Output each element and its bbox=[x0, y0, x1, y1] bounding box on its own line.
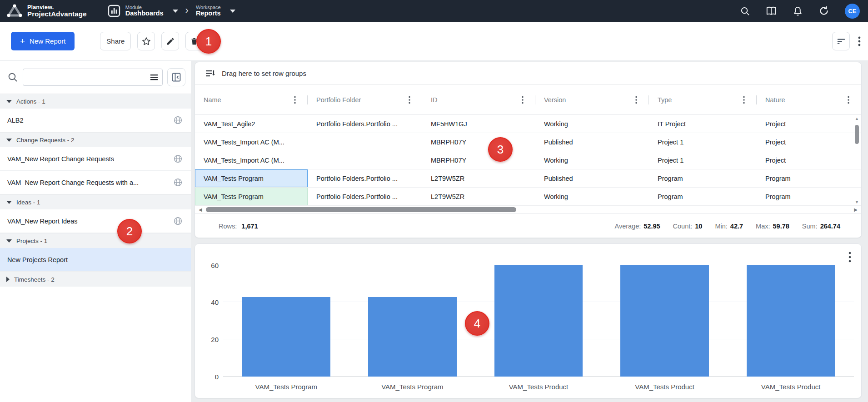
share-button[interactable]: Share bbox=[100, 32, 131, 50]
globe-button[interactable] bbox=[173, 178, 183, 187]
user-avatar[interactable]: CE bbox=[845, 4, 860, 19]
section-header[interactable]: Ideas - 1 bbox=[0, 194, 191, 209]
column-menu-button[interactable] bbox=[635, 96, 637, 104]
table-cell[interactable]: VAM_Tests Program bbox=[195, 188, 308, 205]
table-cell[interactable]: L2T9W5ZR bbox=[422, 188, 535, 205]
bar[interactable] bbox=[494, 265, 583, 377]
collapse-panel-button[interactable] bbox=[167, 68, 185, 86]
favorite-star-button[interactable] bbox=[137, 32, 155, 50]
notifications-bell-icon[interactable] bbox=[792, 5, 803, 16]
table-cell[interactable]: MBRPH07Y bbox=[422, 133, 535, 151]
search-icon[interactable] bbox=[739, 5, 750, 16]
table-cell[interactable]: Program bbox=[757, 169, 861, 187]
refresh-icon[interactable] bbox=[818, 5, 829, 16]
column-menu-button[interactable] bbox=[743, 96, 745, 104]
reports-sidebar: Actions - 1ALB2Change Requests - 2VAM_Ne… bbox=[0, 61, 191, 402]
new-report-button[interactable]: + New Report bbox=[11, 32, 75, 50]
vertical-scrollbar[interactable]: ▲ ▼ bbox=[854, 116, 860, 205]
scroll-right-icon[interactable]: ▶ bbox=[854, 207, 858, 212]
table-cell[interactable]: Project 1 bbox=[649, 151, 757, 169]
sidebar-report-item[interactable]: ALB2 bbox=[0, 109, 191, 132]
section-header[interactable]: Timesheets - 2 bbox=[0, 272, 191, 287]
column-header[interactable]: Type bbox=[649, 85, 757, 114]
section-header[interactable]: Actions - 1 bbox=[0, 94, 191, 109]
table-cell[interactable]: VAM_Tests_Import AC (M... bbox=[195, 133, 308, 151]
table-cell[interactable]: IT Project bbox=[649, 115, 757, 133]
module-dropdown[interactable]: Module Dashboards bbox=[107, 4, 178, 18]
table-cell[interactable]: Published bbox=[535, 133, 649, 151]
table-cell[interactable] bbox=[308, 133, 422, 151]
bar[interactable] bbox=[242, 297, 330, 377]
sidebar-report-item[interactable]: VAM_New Report Ideas bbox=[0, 209, 191, 233]
table-cell[interactable]: Working bbox=[535, 115, 649, 133]
table-cell[interactable]: Portfolio Folders.Portfolio ... bbox=[308, 188, 422, 205]
sidebar-report-item[interactable]: VAM_New Report Change Requests with a... bbox=[0, 171, 191, 194]
table-cell[interactable]: Published bbox=[535, 169, 649, 187]
bar[interactable] bbox=[747, 265, 835, 377]
bar[interactable] bbox=[620, 265, 708, 377]
y-axis-tick-label: 20 bbox=[200, 336, 219, 343]
table-cell[interactable]: Portfolio Folders.Portfolio ... bbox=[308, 115, 422, 133]
scroll-down-icon[interactable]: ▼ bbox=[855, 199, 859, 205]
sidebar-search-input[interactable] bbox=[23, 69, 163, 86]
horizontal-scroll-thumb[interactable] bbox=[206, 207, 516, 212]
table-row[interactable]: VAM_Tests_Import AC (M...MBRPH07YWorking… bbox=[195, 151, 861, 169]
vertical-scroll-thumb[interactable] bbox=[855, 125, 859, 144]
brand[interactable]: Planview. ProjectAdvantage bbox=[6, 4, 87, 18]
column-header[interactable]: ID bbox=[422, 85, 535, 114]
report-item-label: ALB2 bbox=[7, 117, 23, 124]
column-menu-button[interactable] bbox=[848, 96, 849, 104]
table-cell[interactable]: Program bbox=[649, 188, 757, 205]
section-header[interactable]: Change Requests - 2 bbox=[0, 132, 191, 147]
section-header[interactable]: Projects - 1 bbox=[0, 233, 191, 248]
toolbar-kebab-menu[interactable] bbox=[858, 36, 861, 47]
table-cell[interactable]: Project bbox=[757, 115, 861, 133]
aggregate-label: Min: bbox=[715, 223, 727, 230]
globe-button[interactable] bbox=[173, 216, 183, 226]
column-header[interactable]: Portfolio Folder bbox=[308, 85, 422, 114]
table-cell[interactable]: Project 1 bbox=[649, 133, 757, 151]
table-cell[interactable]: VAM_Tests_Import AC (M... bbox=[195, 151, 308, 169]
annotation-badge: 4 bbox=[465, 311, 489, 336]
chevron-down-icon bbox=[230, 10, 235, 13]
table-cell[interactable]: Working bbox=[535, 188, 649, 205]
globe-button[interactable] bbox=[173, 154, 183, 164]
documentation-book-icon[interactable] bbox=[766, 5, 777, 16]
table-cell[interactable]: VAM_Tests Program bbox=[195, 169, 308, 187]
table-cell[interactable]: VAM_Test_Agile2 bbox=[195, 115, 308, 133]
horizontal-scrollbar[interactable]: ◀ ▶ bbox=[195, 206, 861, 213]
table-cell[interactable]: Program bbox=[757, 188, 861, 205]
globe-button[interactable] bbox=[173, 115, 183, 125]
workspace-dropdown[interactable]: Workspace Reports bbox=[196, 5, 235, 17]
column-menu-button[interactable] bbox=[409, 96, 410, 104]
column-header[interactable]: Name bbox=[195, 85, 308, 114]
table-cell[interactable]: L2T9W5ZR bbox=[422, 169, 535, 187]
table-cell[interactable]: Portfolio Folders.Portfolio ... bbox=[308, 169, 422, 187]
filter-button[interactable] bbox=[832, 32, 850, 50]
row-group-dropzone[interactable]: Drag here to set row groups bbox=[195, 62, 861, 85]
table-cell[interactable] bbox=[308, 151, 422, 169]
table-cell[interactable]: Program bbox=[649, 169, 757, 187]
table-row[interactable]: VAM_Test_Agile2Portfolio Folders.Portfol… bbox=[195, 115, 861, 133]
scroll-left-icon[interactable]: ◀ bbox=[199, 207, 202, 212]
table-cell[interactable]: Project bbox=[757, 151, 861, 169]
table-cell[interactable]: Working bbox=[535, 151, 649, 169]
sidebar-report-item[interactable]: VAM_New Report Change Requests bbox=[0, 147, 191, 171]
table-cell[interactable]: Project bbox=[757, 133, 861, 151]
table-row[interactable]: VAM_Tests_Import AC (M...MBRPH07YPublish… bbox=[195, 133, 861, 151]
sidebar-report-item[interactable]: New Projects Report bbox=[0, 248, 191, 272]
column-header-label: Type bbox=[658, 96, 672, 104]
column-menu-button[interactable] bbox=[294, 96, 296, 104]
table-row[interactable]: VAM_Tests ProgramPortfolio Folders.Portf… bbox=[195, 169, 861, 188]
table-row[interactable]: VAM_Tests ProgramPortfolio Folders.Portf… bbox=[195, 188, 861, 206]
aggregate: Max:59.78 bbox=[756, 223, 789, 230]
table-cell[interactable]: MF5HW1GJ bbox=[422, 115, 535, 133]
column-header[interactable]: Version bbox=[535, 85, 649, 114]
search-menu-icon[interactable] bbox=[150, 73, 159, 82]
table-cell[interactable]: MBRPH07Y bbox=[422, 151, 535, 169]
column-menu-button[interactable] bbox=[522, 96, 524, 104]
bar[interactable] bbox=[368, 297, 456, 377]
scroll-up-icon[interactable]: ▲ bbox=[855, 116, 859, 121]
edit-button[interactable] bbox=[161, 32, 179, 50]
column-header[interactable]: Nature bbox=[757, 85, 861, 114]
